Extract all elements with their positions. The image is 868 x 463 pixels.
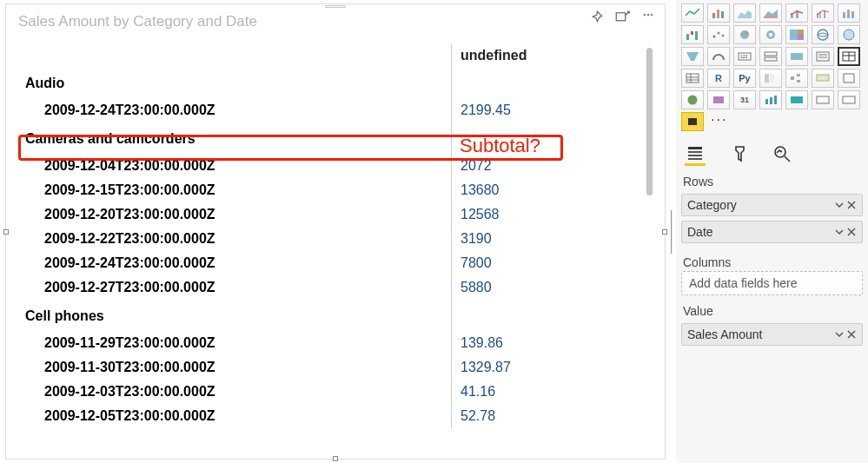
- viz-r-script[interactable]: R: [707, 69, 730, 88]
- matrix-row-label[interactable]: 2009-12-04T23:00:00.000Z: [17, 154, 451, 178]
- svg-point-3: [651, 14, 653, 16]
- svg-rect-0: [616, 13, 626, 21]
- viz-donut[interactable]: [759, 25, 782, 44]
- viz-paginated-report[interactable]: [838, 69, 860, 88]
- focus-mode-icon[interactable]: [614, 10, 630, 25]
- svg-rect-14: [851, 11, 854, 18]
- viz-stacked-bar[interactable]: [707, 3, 730, 23]
- chevron-down-icon[interactable]: [834, 227, 845, 237]
- matrix-row-value: 13680: [451, 178, 656, 202]
- viz-waterfall[interactable]: [681, 25, 704, 44]
- matrix-row-label[interactable]: 2009-12-03T23:00:00.000Z: [17, 380, 451, 404]
- viz-custom-selected[interactable]: [681, 112, 704, 131]
- matrix-row-label[interactable]: 2009-12-22T23:00:00.000Z: [17, 227, 451, 251]
- report-canvas: Sales Amount by Category and Date undefi…: [5, 3, 666, 460]
- matrix-row-label[interactable]: 2009-12-24T23:00:00.000Z: [17, 98, 451, 122]
- category-row[interactable]: Cameras and camcorders: [17, 122, 451, 154]
- matrix-row-label[interactable]: 2009-12-20T23:00:00.000Z: [17, 202, 451, 227]
- visual-header-toolbar: [588, 10, 656, 25]
- viz-custom-4[interactable]: [759, 90, 782, 109]
- viz-treemap[interactable]: [785, 25, 808, 44]
- resize-handle-right[interactable]: [662, 229, 667, 235]
- svg-rect-12: [843, 12, 845, 18]
- tab-format[interactable]: [728, 142, 749, 166]
- field-chip-date[interactable]: Date: [681, 221, 863, 243]
- matrix-row-label[interactable]: 2009-12-24T23:00:00.000Z: [17, 251, 451, 275]
- chevron-down-icon[interactable]: [834, 329, 845, 340]
- viz-card[interactable]: 123: [733, 47, 756, 66]
- remove-field-icon[interactable]: [846, 200, 857, 210]
- matrix-row-label[interactable]: 2009-11-30T23:00:00.000Z: [17, 355, 451, 380]
- viz-line-stacked-column[interactable]: [785, 3, 808, 23]
- svg-point-18: [713, 36, 716, 38]
- matrix-row-label[interactable]: 2009-12-15T23:00:00.000Z: [17, 178, 451, 202]
- more-options-icon[interactable]: [640, 10, 656, 25]
- viz-filled-map[interactable]: [838, 25, 860, 44]
- remove-field-icon[interactable]: [846, 227, 857, 237]
- field-chip-sales-amount[interactable]: Sales Amount: [681, 323, 863, 346]
- svg-rect-48: [797, 80, 800, 83]
- visual-drag-handle[interactable]: [325, 5, 346, 9]
- viz-custom-5[interactable]: [785, 90, 808, 109]
- chevron-down-icon[interactable]: [834, 200, 845, 210]
- vertical-scrollbar[interactable]: [646, 48, 653, 195]
- tab-fields[interactable]: [685, 142, 706, 166]
- viz-power-apps[interactable]: [707, 90, 730, 109]
- category-row[interactable]: Cell phones: [17, 300, 451, 331]
- viz-key-influencers[interactable]: [759, 69, 782, 88]
- viz-arcgis[interactable]: [681, 90, 704, 109]
- viz-stacked-area[interactable]: [759, 3, 782, 23]
- field-chip-category[interactable]: Category: [681, 194, 863, 216]
- viz-line-chart[interactable]: [681, 3, 704, 23]
- viz-custom-6[interactable]: [812, 90, 834, 109]
- columns-field-well[interactable]: Add data fields here: [681, 271, 863, 295]
- field-chip-label: Sales Amount: [687, 327, 762, 341]
- svg-rect-26: [798, 35, 804, 40]
- viz-area-chart[interactable]: [733, 3, 756, 23]
- matrix-row-label[interactable]: 2009-12-05T23:00:00.000Z: [17, 404, 451, 428]
- resize-handle-bottom[interactable]: [333, 456, 338, 461]
- tab-analytics[interactable]: [772, 142, 792, 166]
- pane-splitter[interactable]: [671, 210, 673, 254]
- viz-qa[interactable]: [812, 69, 834, 88]
- svg-rect-62: [688, 155, 702, 156]
- viz-multi-row-card[interactable]: [759, 47, 782, 66]
- matrix-visual[interactable]: undefinedAudio2009-12-24T23:00:00.000Z21…: [17, 44, 656, 453]
- remove-field-icon[interactable]: [846, 329, 857, 340]
- resize-handle-left[interactable]: [3, 229, 9, 235]
- viz-get-more-visuals[interactable]: ···: [707, 112, 730, 131]
- rows-section-label: Rows: [681, 166, 863, 190]
- viz-ribbon[interactable]: [838, 3, 860, 23]
- viz-table[interactable]: [838, 47, 860, 66]
- viz-custom-7[interactable]: [838, 90, 860, 109]
- viz-custom-31[interactable]: 31: [733, 90, 756, 109]
- matrix-row-label[interactable]: 2009-11-29T23:00:00.000Z: [17, 331, 451, 355]
- viz-kpi[interactable]: [785, 47, 808, 66]
- viz-line-clustered-column[interactable]: [812, 3, 834, 23]
- viz-pie[interactable]: [733, 25, 756, 44]
- svg-rect-16: [691, 31, 693, 35]
- svg-rect-40: [686, 74, 699, 83]
- value-field-well[interactable]: Sales Amount: [681, 323, 863, 346]
- viz-gauge[interactable]: [707, 47, 730, 66]
- matrix-row-value: 3190: [451, 227, 656, 251]
- viz-map[interactable]: [812, 25, 834, 44]
- matrix-row-value: 41.16: [451, 380, 656, 404]
- annotation-text: Subtotal?: [460, 135, 540, 157]
- svg-rect-57: [817, 96, 829, 103]
- viz-funnel[interactable]: [681, 47, 704, 66]
- svg-rect-13: [847, 10, 850, 18]
- pin-icon[interactable]: [588, 10, 604, 25]
- viz-decomposition-tree[interactable]: [785, 69, 808, 88]
- matrix-row-value: 52.78: [451, 404, 656, 428]
- svg-rect-49: [817, 75, 829, 81]
- viz-matrix[interactable]: [681, 69, 704, 88]
- viz-scatter[interactable]: [707, 25, 730, 44]
- category-row[interactable]: Audio: [17, 67, 451, 98]
- viz-python[interactable]: Py: [733, 69, 756, 88]
- matrix-row-label[interactable]: 2009-12-27T23:00:00.000Z: [17, 275, 451, 300]
- svg-rect-55: [774, 96, 777, 104]
- columns-placeholder: Add data fields here: [689, 276, 798, 290]
- rows-field-well[interactable]: Category Date: [681, 194, 863, 243]
- viz-slicer[interactable]: [812, 47, 834, 66]
